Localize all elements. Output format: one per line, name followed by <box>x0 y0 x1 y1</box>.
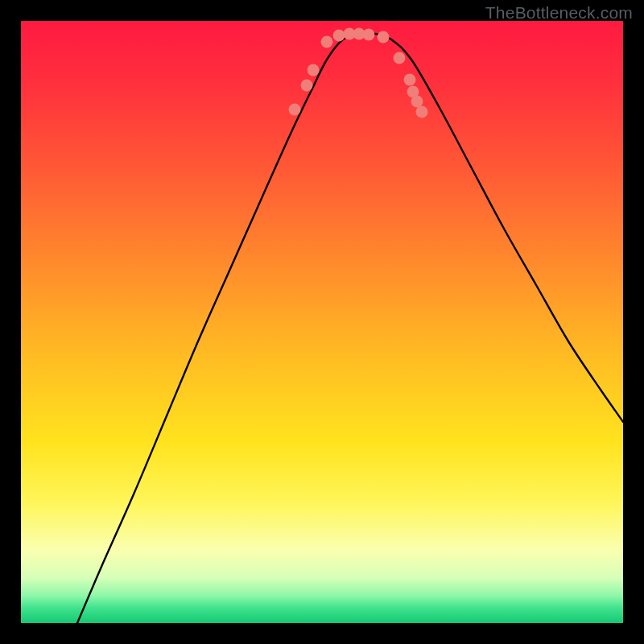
chart-frame: TheBottleneck.com <box>0 0 644 644</box>
curve-marker <box>333 30 345 42</box>
plot-area <box>21 21 623 623</box>
curve-marker <box>378 31 390 43</box>
curve-marker <box>411 96 423 108</box>
curve-marker <box>394 52 406 64</box>
curve-marker <box>289 104 301 116</box>
curve-marker <box>321 36 333 48</box>
curve-marker <box>404 74 416 86</box>
curve-marker <box>363 29 375 41</box>
curve-marker <box>301 80 313 92</box>
curve-marker <box>308 64 320 76</box>
curve-marker <box>416 106 428 118</box>
bottleneck-curve <box>21 21 623 623</box>
watermark-text: TheBottleneck.com <box>485 3 633 23</box>
